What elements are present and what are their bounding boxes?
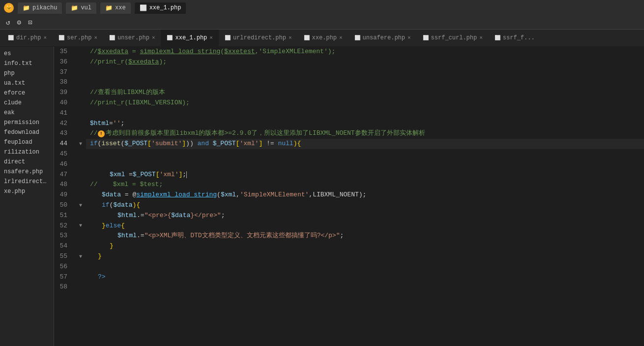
code-line-39: //查看当前LIBXML的版本 xyxy=(86,88,644,98)
sidebar-item-permission[interactable]: permission xyxy=(0,118,54,127)
sidebar-item-es[interactable]: es xyxy=(0,49,54,59)
gutter-57 xyxy=(76,272,86,283)
ln-48: 48 xyxy=(54,180,71,190)
gutter-56 xyxy=(76,262,86,272)
ln-47: 47 xyxy=(54,170,71,180)
tab-xxe-php[interactable]: ⬜ xxe.php × xyxy=(298,30,349,46)
ln-44: 44 xyxy=(54,139,71,149)
title-tab-label: vul xyxy=(81,4,91,11)
gutter-38 xyxy=(76,77,86,88)
title-tab-xxe1[interactable]: ⬜ xxe_1.php xyxy=(135,2,186,14)
code-line-48: // $xml = $test; xyxy=(86,180,644,190)
gutter-58 xyxy=(76,282,86,292)
sidebar-item-rilization[interactable]: rilization xyxy=(0,147,54,157)
tab-xxe1-php[interactable]: ⬜ xxe_1.php × xyxy=(161,30,218,46)
gutter-35 xyxy=(76,47,86,57)
gutter-47 xyxy=(76,170,86,180)
code-text-39: //查看当前LIBXML的版本 xyxy=(90,88,165,98)
gutter-42 xyxy=(76,119,86,129)
tab-ssrf-curl-php[interactable]: ⬜ ssrf_curl.php × xyxy=(417,30,489,46)
sidebar-item-xe-php[interactable]: xe.php xyxy=(0,187,54,196)
code-line-40: //print_r(LIBXML_VERSION); xyxy=(86,98,644,108)
sidebar-item-clude[interactable]: clude xyxy=(0,98,54,108)
code-line-52: }else{ xyxy=(86,221,644,231)
sidebar-item-php[interactable]: php xyxy=(0,68,54,78)
ln-52: 52 xyxy=(54,221,71,231)
code-line-54: } xyxy=(86,241,644,252)
code-line-44: if(isset($_POST['submit'])) and $_POST['… xyxy=(86,139,644,149)
toolbar-split[interactable]: ⊡ xyxy=(26,17,34,28)
sidebar-item-ua-txt[interactable]: ua.txt xyxy=(0,78,54,88)
code-line-37 xyxy=(86,67,644,78)
sidebar-item-nsafere[interactable]: nsafere.php xyxy=(0,167,54,177)
gutter-37 xyxy=(76,67,86,78)
ln-57: 57 xyxy=(54,272,71,283)
fold-icon-50[interactable] xyxy=(79,203,82,208)
gutter-53 xyxy=(76,231,86,241)
main-area: es info.txt php ua.txt eforce clude eak … xyxy=(0,47,644,346)
tab-dir-php[interactable]: ⬜ dir.php × xyxy=(2,30,53,46)
sidebar-item-direct[interactable]: direct xyxy=(0,157,54,167)
tab-urlredirect-php[interactable]: ⬜ urlredirect.php × xyxy=(219,30,298,46)
code-text-35: //$xxedata = simplexml_load_string($xxet… xyxy=(90,47,335,57)
title-tab-xxe[interactable]: 📁 xxe xyxy=(100,2,131,14)
ln-40: 40 xyxy=(54,98,71,108)
code-line-58 xyxy=(86,282,644,292)
gutter-43 xyxy=(76,128,86,139)
ln-53: 53 xyxy=(54,231,71,241)
code-line-57: ?> xyxy=(86,272,644,283)
code-line-56 xyxy=(86,262,644,272)
gutter-46 xyxy=(76,159,86,170)
tab-ser-php[interactable]: ⬜ ser.php × xyxy=(53,30,103,46)
file-tabs-row: ⬜ dir.php × ⬜ ser.php × ⬜ unser.php × ⬜ … xyxy=(0,30,644,47)
gutter-44[interactable] xyxy=(76,139,86,149)
code-text-40: //print_r(LIBXML_VERSION); xyxy=(90,98,190,108)
code-line-47: $xml =$_POST['xml']; xyxy=(86,170,644,180)
fold-icon-44[interactable] xyxy=(79,141,82,147)
gutter-49 xyxy=(76,190,86,200)
editor-area: 35 36 37 38 39 40 41 42 43 44 45 46 47 4… xyxy=(54,47,644,346)
toolbar-back[interactable]: ↺ xyxy=(4,17,12,28)
ln-56: 56 xyxy=(54,262,71,272)
ln-38: 38 xyxy=(54,77,71,88)
sidebar-item-info-txt[interactable]: info.txt xyxy=(0,59,54,68)
ln-46: 46 xyxy=(54,159,71,170)
ln-37: 37 xyxy=(54,67,71,78)
title-tab-label: xxe xyxy=(115,4,126,11)
gutter-36 xyxy=(76,57,86,67)
title-tab-pikachu[interactable]: 📁 pikachu xyxy=(18,2,62,14)
code-text-36: //print_r($xxedata); xyxy=(90,57,167,67)
title-bar: 🐱 📁 pikachu 📁 vul 📁 xxe ⬜ xxe_1.php xyxy=(0,0,644,16)
gutter xyxy=(76,47,86,346)
fold-icon-52[interactable] xyxy=(79,223,82,228)
sidebar-item-lrlredirect[interactable]: lrlredirect.ph xyxy=(0,177,54,187)
gutter-41 xyxy=(76,108,86,119)
tab-unser-php[interactable]: ⬜ unser.php × xyxy=(103,30,161,46)
ln-50: 50 xyxy=(54,200,71,211)
tab-unsafere-php[interactable]: ⬜ unsafere.php × xyxy=(349,30,417,46)
line-numbers: 35 36 37 38 39 40 41 42 43 44 45 46 47 4… xyxy=(54,47,76,346)
sidebar-item-eforce[interactable]: eforce xyxy=(0,88,54,98)
toolbar-settings[interactable]: ⚙ xyxy=(15,17,23,28)
code-editor[interactable]: //$xxedata = simplexml_load_string($xxet… xyxy=(86,47,644,346)
warning-icon-43: ! xyxy=(98,130,105,137)
app-icon: 🐱 xyxy=(4,3,14,13)
sidebar-item-eak[interactable]: eak xyxy=(0,108,54,118)
ln-49: 49 xyxy=(54,190,71,200)
ln-45: 45 xyxy=(54,149,71,159)
gutter-52[interactable] xyxy=(76,221,86,231)
code-line-45 xyxy=(86,149,644,159)
tab-ssrf-f-php[interactable]: ⬜ ssrf_f... xyxy=(489,30,541,46)
text-cursor xyxy=(186,171,187,178)
ln-58: 58 xyxy=(54,282,71,292)
gutter-50[interactable] xyxy=(76,200,86,211)
title-tab-label: pikachu xyxy=(32,4,57,11)
gutter-39 xyxy=(76,88,86,98)
title-tab-vul[interactable]: 📁 vul xyxy=(66,2,96,14)
sidebar-item-feupload[interactable]: feupload xyxy=(0,137,54,147)
gutter-40 xyxy=(76,98,86,108)
sidebar-item-fedownload[interactable]: fedownload xyxy=(0,127,54,137)
gutter-55[interactable] xyxy=(76,252,86,262)
ln-43: 43 xyxy=(54,128,71,139)
fold-icon-55[interactable] xyxy=(79,254,82,259)
